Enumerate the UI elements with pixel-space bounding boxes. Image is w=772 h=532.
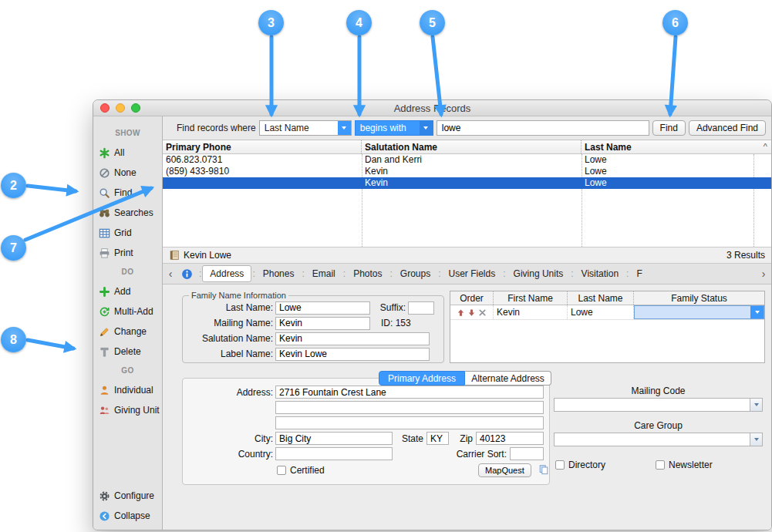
search-input[interactable] [437, 120, 649, 136]
family-name-group: Family Name Information Last Name: Suffi… [182, 291, 444, 363]
chevron-down-icon [338, 121, 351, 135]
tab-groups[interactable]: Groups [393, 266, 437, 281]
tab-photos[interactable]: Photos [346, 266, 389, 281]
copy-icon[interactable] [538, 464, 549, 475]
salutation-name-field[interactable] [275, 332, 430, 345]
sidebar-item-print[interactable]: Print [93, 243, 162, 263]
tab-alternate-address[interactable]: Alternate Address [465, 371, 551, 386]
carrier-sort-field[interactable] [510, 447, 544, 460]
find-operator-dropdown[interactable]: begins with [355, 120, 433, 136]
tab-partial[interactable]: F [629, 266, 649, 281]
table-row-empty [163, 235, 771, 247]
tab-visitation[interactable]: Visitation [575, 266, 625, 281]
family-icon [98, 405, 110, 416]
sidebar-item-find[interactable]: Find [93, 183, 162, 203]
tabs-scroll-left-button[interactable]: ‹ [165, 266, 176, 282]
certified-label: Certified [290, 465, 325, 476]
certified-checkbox[interactable] [277, 466, 286, 475]
carrier-sort-label: Carrier Sort: [406, 449, 507, 460]
sidebar-item-collapse[interactable]: Collapse [93, 506, 162, 526]
app-window: Address Records SHOW All None Find Searc… [93, 99, 772, 530]
zoom-window-button[interactable] [131, 103, 140, 113]
tab-primary-address[interactable]: Primary Address [379, 371, 465, 386]
callout-badge-2: 2 [1, 173, 26, 198]
primary-address-panel: Address: City: State Zip Country: Carrie… [182, 378, 550, 485]
sidebar: SHOW All None Find Searches Grid [93, 116, 163, 530]
table-row[interactable]: 606.823.0731 Dan and Kerri Lowe [163, 154, 771, 166]
zip-field[interactable] [476, 432, 544, 445]
cell-last-name: Lowe [582, 166, 771, 177]
sidebar-item-searches[interactable]: Searches [93, 203, 162, 223]
remove-member-icon[interactable] [478, 308, 487, 317]
column-header-last-name[interactable]: Last Name [582, 140, 771, 153]
directory-checkbox[interactable] [555, 460, 565, 470]
tab-email[interactable]: Email [305, 266, 342, 281]
tab-info[interactable] [176, 267, 198, 281]
family-status-value [635, 306, 750, 318]
sidebar-item-multi-add[interactable]: Multi-Add [93, 301, 162, 322]
sidebar-item-add[interactable]: Add [93, 281, 162, 301]
find-where-label: Find records where [177, 123, 256, 133]
sidebar-item-individual[interactable]: Individual [93, 380, 162, 400]
callout-badge-6: 6 [662, 10, 688, 35]
minimize-window-button[interactable] [116, 103, 125, 113]
table-row-selected[interactable]: Kevin Lowe [163, 177, 771, 189]
column-header-primary-phone[interactable]: Primary Phone [163, 140, 362, 153]
find-field-dropdown[interactable]: Last Name [259, 120, 352, 136]
mailing-code-dropdown[interactable] [554, 398, 763, 412]
move-down-icon[interactable] [467, 308, 476, 317]
address-line2-field[interactable] [275, 401, 544, 414]
column-header-salutation-name[interactable]: Salutation Name [362, 140, 582, 153]
form-row: Salutation Name: [183, 331, 443, 346]
family-status-dropdown[interactable] [634, 305, 764, 319]
sort-indicator[interactable]: ^ [764, 142, 767, 151]
table-row-empty [163, 224, 771, 235]
sidebar-item-multi-add-label: Multi-Add [114, 306, 153, 317]
window-title: Address Records [394, 103, 471, 114]
form-row: Last Name: Suffix: [183, 300, 443, 315]
table-row[interactable]: (859) 433-9810 Kevin Lowe [163, 166, 771, 177]
state-field[interactable] [426, 432, 449, 445]
sidebar-item-delete[interactable]: Delete [93, 342, 162, 362]
country-field[interactable] [275, 447, 393, 460]
sidebar-item-giving-unit[interactable]: Giving Unit [93, 400, 162, 420]
find-button[interactable]: Find [652, 120, 686, 136]
tab-phones[interactable]: Phones [256, 266, 302, 281]
tab-giving-units[interactable]: Giving Units [507, 266, 571, 281]
newsletter-checkbox[interactable] [656, 460, 665, 470]
country-label: Country: [183, 449, 273, 460]
address-line3-field[interactable] [275, 416, 544, 429]
member-row[interactable]: Kevin Lowe [450, 305, 764, 320]
none-circle-slash-icon [98, 167, 110, 179]
sidebar-item-all[interactable]: All [93, 143, 162, 163]
sidebar-item-grid[interactable]: Grid [93, 223, 162, 243]
mapquest-button[interactable]: MapQuest [478, 463, 531, 477]
sidebar-item-delete-label: Delete [114, 346, 141, 357]
newsletter-label: Newsletter [669, 460, 713, 470]
tabs-scroll-right-button[interactable]: › [758, 266, 769, 282]
address-line1-field[interactable] [275, 386, 544, 399]
refresh-plus-icon [98, 306, 110, 318]
column-header-last-name: Last Name [568, 291, 634, 305]
tab-user-fields[interactable]: User Fields [442, 266, 503, 281]
record-bar: Kevin Lowe 3 Results [163, 247, 771, 264]
advanced-find-button[interactable]: Advanced Find [689, 120, 766, 136]
move-up-icon[interactable] [457, 308, 465, 317]
mailing-code-label: Mailing Code [554, 386, 763, 396]
asterisk-icon [98, 147, 110, 159]
suffix-field[interactable] [408, 301, 434, 315]
results-header: Primary Phone Salutation Name Last Name … [163, 140, 771, 154]
last-name-field[interactable] [275, 301, 370, 315]
sidebar-item-none[interactable]: None [93, 163, 162, 183]
callout-badge-8: 8 [1, 327, 26, 352]
label-name-field[interactable] [275, 348, 430, 361]
directory-option: Directory [555, 460, 605, 470]
sidebar-item-change[interactable]: Change [93, 322, 162, 342]
collapse-chevron-icon [98, 510, 110, 522]
mailing-name-field[interactable] [275, 317, 370, 330]
sidebar-item-configure[interactable]: Configure [93, 486, 162, 506]
close-window-button[interactable] [100, 103, 110, 113]
city-field[interactable] [275, 432, 393, 445]
care-group-dropdown[interactable] [554, 433, 763, 446]
tab-address[interactable]: Address [202, 265, 251, 282]
